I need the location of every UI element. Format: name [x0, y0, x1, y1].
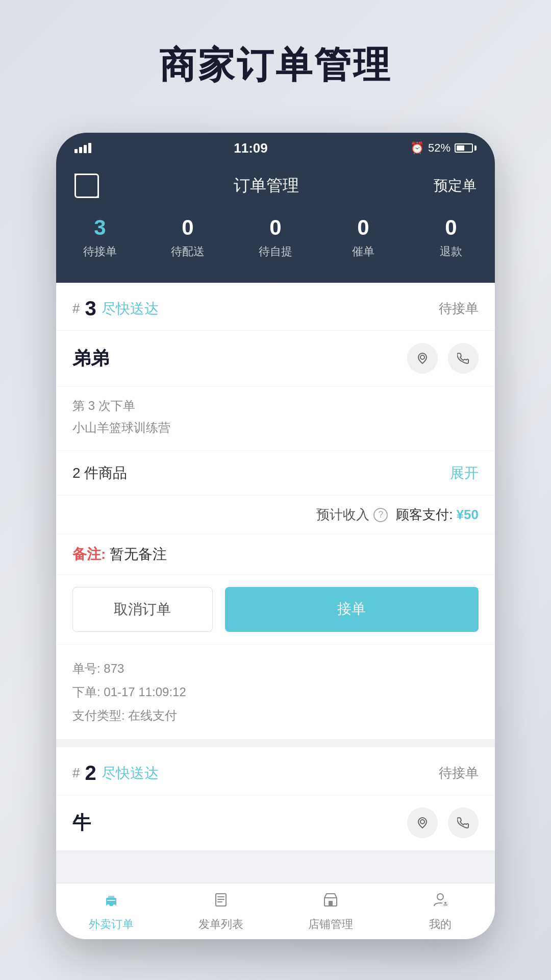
svg-point-4 [107, 904, 110, 908]
pending-pickup-label: 待自提 [259, 245, 292, 258]
customer-info-1: 第 3 次下单 小山羊篮球训练营 [56, 386, 495, 451]
order-card-2: # 2 尽快送达 待接单 牛 [56, 747, 495, 851]
estimated-income-label: 预计收入 ? [316, 506, 388, 524]
note-label-1: 备注: [72, 546, 106, 562]
accept-button-1[interactable]: 接单 [225, 587, 479, 632]
order-count-1: 第 3 次下单 [72, 395, 479, 416]
customer-row-2: 牛 [56, 795, 495, 851]
active-indicator [266, 274, 285, 283]
svg-point-13 [437, 894, 443, 900]
cancel-button-1[interactable]: 取消订单 [72, 587, 213, 632]
order-time-1: 下单: 01-17 11:09:12 [72, 680, 479, 704]
alarm-icon: ⏰ [410, 141, 424, 155]
pending-delivery-label: 待配送 [171, 245, 205, 258]
price-row-1: 预计收入 ? 顾客支付: ¥50 [56, 496, 495, 534]
nav-item-mine[interactable]: 我的 [385, 891, 495, 932]
location-button-1[interactable] [407, 343, 438, 374]
urge-label: 催单 [352, 245, 374, 258]
refund-number: 0 [407, 215, 495, 240]
battery-icon [455, 143, 477, 153]
order-num-1: 3 [85, 297, 96, 320]
pending-accept-number: 3 [56, 215, 144, 240]
svg-point-1 [420, 820, 424, 824]
order-header-2: # 2 尽快送达 待接单 [56, 747, 495, 795]
order-number-section: # 3 尽快送达 [72, 297, 159, 320]
svg-rect-6 [107, 900, 115, 901]
content-area: # 3 尽快送达 待接单 弟弟 [56, 283, 495, 910]
status-right: ⏰ 52% [410, 141, 477, 155]
stat-refund[interactable]: 0 退款 [407, 215, 495, 259]
customer-name-2: 牛 [72, 811, 91, 836]
svg-rect-10 [217, 901, 222, 902]
stat-pending-delivery[interactable]: 0 待配送 [144, 215, 232, 259]
store-icon [321, 891, 340, 914]
svg-rect-9 [217, 899, 224, 900]
header-title: 订单管理 [234, 175, 299, 197]
stat-pending-accept[interactable]: 3 待接单 [56, 215, 144, 259]
status-left [74, 143, 91, 153]
contact-icons-2 [407, 807, 479, 838]
nav-item-store[interactable]: 店铺管理 [276, 891, 385, 932]
nav-item-orders[interactable]: 发单列表 [166, 891, 276, 932]
order-hash: # [72, 301, 80, 316]
battery-percent: 52% [428, 141, 450, 155]
stat-urge[interactable]: 0 催单 [319, 215, 407, 259]
stats-row: 3 待接单 0 待配送 0 待自提 0 催单 0 退款 [56, 210, 495, 274]
order-num-2: 2 [85, 762, 96, 785]
customer-name-1: 弟弟 [72, 346, 109, 371]
location-button-2[interactable] [407, 807, 438, 838]
takeout-icon [102, 891, 120, 914]
note-content-1: 暂无备注 [110, 546, 167, 562]
nav-item-takeout[interactable]: 外卖订单 [56, 891, 166, 932]
order-card-1: # 3 尽快送达 待接单 弟弟 [56, 283, 495, 739]
order-header-1: # 3 尽快送达 待接单 [56, 283, 495, 331]
pay-type-1: 支付类型: 在线支付 [72, 704, 479, 727]
signal-icon [74, 143, 91, 153]
action-row-1: 取消订单 接单 [56, 575, 495, 645]
delivery-type-2: 尽快送达 [102, 764, 159, 783]
orders-label: 发单列表 [198, 917, 243, 932]
customer-pay-1: 顾客支付: ¥50 [396, 506, 479, 524]
items-row-1: 2 件商品 展开 [56, 451, 495, 496]
note-text-1: 备注: 暂无备注 [72, 546, 167, 562]
expand-button-1[interactable]: 展开 [450, 463, 479, 483]
mine-label: 我的 [429, 917, 452, 932]
pending-pickup-number: 0 [232, 215, 319, 240]
svg-rect-3 [108, 896, 114, 898]
order-status-1: 待接单 [439, 300, 479, 317]
pending-delivery-number: 0 [144, 215, 232, 240]
bottom-nav: 外卖订单 发单列表 店铺管理 [56, 883, 495, 939]
phone-button-2[interactable] [448, 807, 479, 838]
svg-rect-12 [329, 901, 333, 906]
status-bar: 11:09 ⏰ 52% [56, 133, 495, 163]
orders-icon [212, 891, 230, 914]
order-no-1: 单号: 873 [72, 657, 479, 680]
app-header: 订单管理 预定单 [56, 163, 495, 210]
svg-point-0 [420, 355, 424, 359]
page-title: 商家订单管理 [0, 41, 551, 90]
urge-number: 0 [319, 215, 407, 240]
contact-icons-1 [407, 343, 479, 374]
reservation-label[interactable]: 预定单 [434, 176, 477, 195]
scan-icon[interactable] [74, 174, 99, 198]
help-icon-1[interactable]: ? [373, 508, 388, 522]
items-count-1: 2 件商品 [72, 463, 127, 483]
status-time: 11:09 [234, 140, 268, 156]
order-hash-2: # [72, 765, 80, 781]
customer-row-1: 弟弟 [56, 331, 495, 386]
order-number-section-2: # 2 尽快送达 [72, 762, 159, 785]
address-1: 小山羊篮球训练营 [72, 416, 479, 438]
pay-amount-1: ¥50 [457, 507, 479, 522]
store-label: 店铺管理 [308, 917, 353, 932]
svg-rect-8 [217, 896, 224, 897]
phone-frame: 11:09 ⏰ 52% 订单管理 预定单 3 待接单 0 待配送 0 [56, 133, 495, 939]
svg-point-15 [444, 902, 446, 904]
mine-icon [431, 891, 449, 914]
phone-button-1[interactable] [448, 343, 479, 374]
order-details-1: 单号: 873 下单: 01-17 11:09:12 支付类型: 在线支付 [56, 645, 495, 739]
refund-label: 退款 [440, 245, 462, 258]
pending-accept-label: 待接单 [83, 245, 117, 258]
note-row-1: 备注: 暂无备注 [56, 534, 495, 575]
takeout-label: 外卖订单 [89, 917, 134, 932]
stat-pending-pickup[interactable]: 0 待自提 [232, 215, 319, 259]
